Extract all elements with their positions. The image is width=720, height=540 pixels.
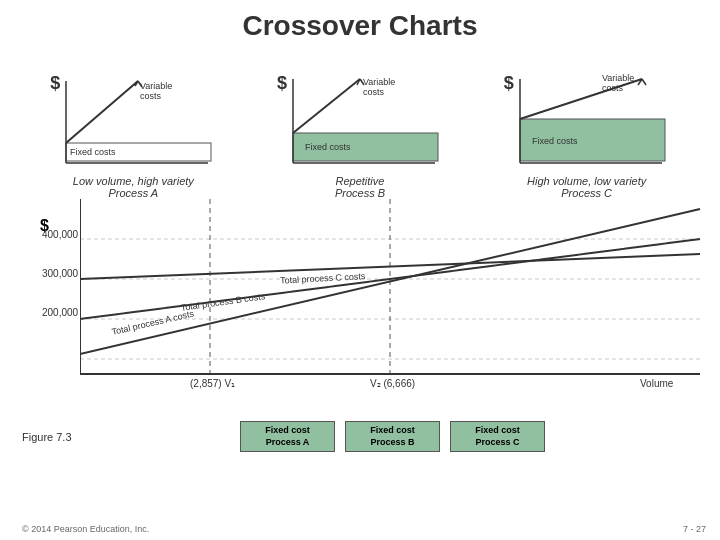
dollar-sign-a: $ bbox=[50, 73, 60, 94]
dollar-sign-c: $ bbox=[504, 73, 514, 94]
svg-line-2 bbox=[66, 81, 138, 143]
svg-text:Variable: Variable bbox=[602, 73, 634, 83]
svg-text:Fixed costs: Fixed costs bbox=[532, 136, 578, 146]
svg-line-11 bbox=[293, 79, 360, 133]
page-title: Crossover Charts bbox=[0, 0, 720, 50]
svg-text:Total process B costs: Total process B costs bbox=[180, 291, 266, 313]
diagram-a-label: Low volume, high variety Process A bbox=[73, 175, 194, 199]
svg-text:costs: costs bbox=[363, 87, 385, 97]
diagram-c-label: High volume, low variety Process C bbox=[527, 175, 646, 199]
copyright: © 2014 Pearson Education, Inc. bbox=[22, 524, 149, 534]
diagram-b: $ Fixed costs Variable costs Repetitive … bbox=[265, 71, 455, 199]
diagrams-row: $ Fixed costs Variable costs Low volum bbox=[0, 54, 720, 199]
svg-text:Fixed costs: Fixed costs bbox=[70, 147, 116, 157]
y-label-400k: 400,000 bbox=[42, 229, 78, 240]
chart-area: $ 400,000 300,000 200,000 bbox=[20, 199, 700, 429]
figure-label: Figure 7.3 bbox=[22, 431, 87, 443]
svg-text:Fixed costs: Fixed costs bbox=[305, 142, 351, 152]
diagram-a: $ Fixed costs Variable costs Low volum bbox=[38, 71, 228, 199]
diagram-a-svg: Fixed costs Variable costs bbox=[48, 71, 218, 171]
diagram-c: $ Fixed costs Variable costs High volume… bbox=[492, 71, 682, 199]
svg-line-24 bbox=[642, 79, 646, 85]
chart-svg: Total process A costs Total process B co… bbox=[80, 199, 710, 394]
y-label-200k: 200,000 bbox=[42, 307, 78, 318]
diagram-b-svg: Fixed costs Variable costs bbox=[275, 71, 445, 171]
y-axis-labels: 400,000 300,000 200,000 bbox=[42, 229, 78, 318]
diagram-b-label: Repetitive Process B bbox=[335, 175, 385, 199]
svg-text:Variable: Variable bbox=[140, 81, 172, 91]
diagram-c-svg: Fixed costs Variable costs bbox=[502, 71, 672, 171]
svg-text:Volume: Volume bbox=[640, 378, 674, 389]
svg-line-20 bbox=[520, 79, 642, 119]
dollar-sign-b: $ bbox=[277, 73, 287, 94]
svg-text:V₂ (6,666): V₂ (6,666) bbox=[370, 378, 415, 389]
svg-text:costs: costs bbox=[602, 83, 624, 93]
svg-text:costs: costs bbox=[140, 91, 162, 101]
y-label-300k: 300,000 bbox=[42, 268, 78, 279]
svg-text:(2,857) V₁: (2,857) V₁ bbox=[190, 378, 235, 389]
svg-text:Variable: Variable bbox=[363, 77, 395, 87]
page-number: 7 - 27 bbox=[683, 524, 706, 534]
